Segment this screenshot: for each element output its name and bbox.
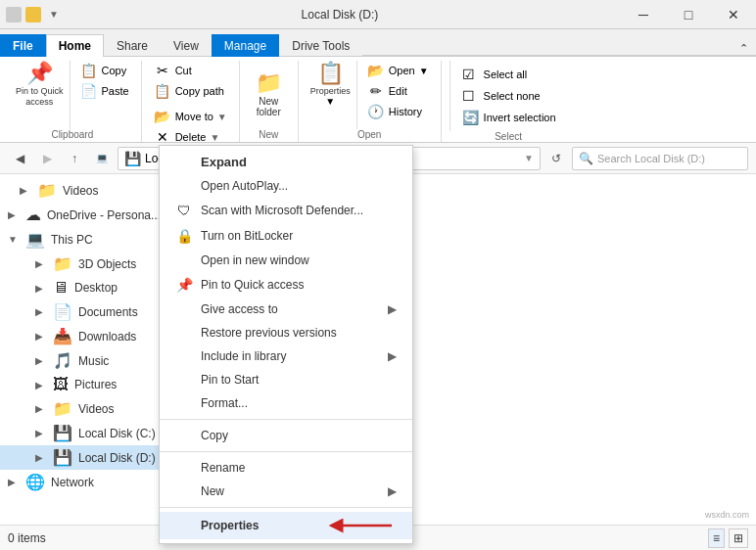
ctx-expand[interactable]: Expand: [160, 150, 412, 174]
submenu-arrow: ▶: [388, 302, 397, 316]
select-all-button[interactable]: ☑ Select all: [458, 65, 560, 84]
ctx-open-autoplay[interactable]: Open AutoPlay...: [160, 174, 412, 198]
sidebar-label: 3D Objects: [78, 257, 136, 271]
sidebar-item-music[interactable]: ▶ 🎵 Music: [0, 348, 175, 373]
tab-view[interactable]: View: [161, 34, 212, 57]
arrow-icon: ▶: [35, 452, 47, 463]
ctx-restore-versions[interactable]: Restore previous versions: [160, 321, 412, 344]
title-bar: ▼ Local Disk (D:) ─ □ ✕: [0, 0, 756, 29]
network-icon: 🌐: [25, 473, 45, 491]
folder-icon: 📁: [53, 254, 72, 273]
ctx-bitlocker[interactable]: 🔒 Turn on BitLocker: [160, 223, 412, 249]
ribbon-tabs: File Home Share View Manage Drive Tools …: [0, 29, 756, 57]
ribbon-group-organize: ✂ Cut 📋 Copy path 📂 Move to ▼ ✕ Delete ▼…: [142, 61, 240, 142]
arrow-icon: ▶: [35, 403, 47, 414]
properties-arrow-annotation: [328, 517, 397, 534]
maximize-button[interactable]: □: [666, 0, 711, 29]
ctx-give-access[interactable]: Give access to ▶: [160, 298, 412, 321]
sidebar-item-local-c[interactable]: ▶ 💾 Local Disk (C:): [0, 421, 175, 445]
ctx-copy[interactable]: Copy: [160, 424, 412, 447]
ctx-pin-quick-access[interactable]: 📌 Pin to Quick access: [160, 272, 412, 298]
context-menu: Expand Open AutoPlay... 🛡 Scan with Micr…: [159, 145, 413, 544]
cut-button[interactable]: ✂ Cut: [150, 61, 231, 80]
history-button[interactable]: 🕐 History: [363, 102, 433, 121]
sidebar: ▶ 📁 Videos ▶ ☁ OneDrive - Persona... ▼ 💻…: [0, 174, 176, 525]
ctx-pin-start[interactable]: Pin to Start: [160, 368, 412, 391]
select-all-icon: ☑: [462, 67, 480, 82]
sidebar-label: Local Disk (D:): [78, 451, 156, 465]
sidebar-item-videos-pc[interactable]: ▶ 📁 Videos: [0, 396, 175, 421]
desktop-icon: 🖥: [53, 279, 69, 297]
arrow-icon: ▶: [8, 209, 20, 220]
tab-manage[interactable]: Manage: [212, 34, 279, 57]
sidebar-label: This PC: [51, 233, 93, 247]
select-group-label: Select: [495, 131, 522, 144]
properties-dropdown: ▼: [325, 96, 335, 107]
ctx-open-new-window[interactable]: Open in new window: [160, 249, 412, 272]
sidebar-item-desktop[interactable]: ▶ 🖥 Desktop: [0, 276, 175, 299]
ctx-properties[interactable]: Properties: [160, 512, 412, 539]
ribbon-group-select: ☑ Select all ☐ Select none 🔄 Invert sele…: [442, 61, 576, 142]
list-view-button[interactable]: ≡: [708, 528, 725, 548]
drive-icon: 💾: [53, 448, 72, 467]
select-none-button[interactable]: ☐ Select none: [458, 86, 560, 106]
refresh-button[interactable]: ↺: [544, 147, 568, 170]
folder-icon: 📁: [53, 399, 72, 418]
ribbon-collapse-button[interactable]: ⌃: [739, 42, 748, 55]
forward-button[interactable]: ▶: [35, 147, 59, 170]
sidebar-item-network[interactable]: ▶ 🌐 Network: [0, 470, 175, 494]
sidebar-label: Pictures: [74, 378, 117, 391]
sidebar-label: Videos: [63, 184, 98, 198]
sidebar-item-local-d[interactable]: ▶ 💾 Local Disk (D:): [0, 445, 175, 470]
minimize-button[interactable]: ─: [621, 0, 666, 29]
sidebar-item-3dobjects[interactable]: ▶ 📁 3D Objects: [0, 252, 175, 276]
arrow-icon: ▼: [8, 234, 20, 245]
sidebar-label: Local Disk (C:): [78, 427, 156, 440]
tab-share[interactable]: Share: [104, 34, 161, 57]
open-dropdown: ▼: [419, 66, 429, 76]
sidebar-label: OneDrive - Persona...: [47, 208, 161, 222]
tab-file[interactable]: File: [0, 34, 46, 57]
properties-button[interactable]: 📋 Properties ▼: [307, 61, 354, 129]
search-placeholder: Search Local Disk (D:): [597, 153, 705, 164]
sidebar-item-downloads[interactable]: ▶ 📥 Downloads: [0, 324, 175, 348]
recent-locations-button[interactable]: 💻: [90, 147, 114, 170]
quick-access-arrow: ▼: [45, 9, 59, 20]
defender-icon: 🛡: [175, 203, 193, 218]
invert-selection-button[interactable]: 🔄 Invert selection: [458, 108, 560, 127]
sidebar-item-thispc[interactable]: ▼ 💻 This PC: [0, 227, 175, 252]
tab-drive-tools[interactable]: Drive Tools: [279, 34, 362, 57]
pin-quick-access-button[interactable]: 📌 Pin to Quickaccess: [12, 61, 68, 129]
copy-path-button[interactable]: 📋 Copy path: [150, 81, 231, 101]
ctx-format[interactable]: Format...: [160, 391, 412, 415]
bitlocker-icon: 🔒: [175, 228, 193, 244]
delete-dropdown-icon: ▼: [210, 132, 219, 143]
paste-button[interactable]: 📄 Paste: [76, 81, 133, 101]
up-button[interactable]: ↑: [63, 147, 86, 170]
ctx-new[interactable]: New ▶: [160, 480, 412, 503]
edit-icon: ✏: [367, 83, 385, 99]
back-button[interactable]: ◀: [8, 147, 31, 170]
view-toggle: ≡ ⊞: [708, 528, 748, 548]
new-folder-button[interactable]: 📁 Newfolder: [249, 61, 288, 129]
move-to-button[interactable]: 📂 Move to ▼: [150, 107, 231, 126]
delete-button[interactable]: ✕ Delete ▼: [150, 127, 231, 147]
edit-button[interactable]: ✏ Edit: [363, 81, 433, 101]
ctx-include-library[interactable]: Include in library ▶: [160, 344, 412, 368]
pin-icon: 📌: [175, 277, 193, 293]
sidebar-item-videos-quick[interactable]: ▶ 📁 Videos: [0, 178, 175, 203]
ctx-scan-defender[interactable]: 🛡 Scan with Microsoft Defender...: [160, 198, 412, 223]
sidebar-item-documents[interactable]: ▶ 📄 Documents: [0, 299, 175, 324]
grid-view-button[interactable]: ⊞: [729, 528, 748, 548]
search-field[interactable]: 🔍 Search Local Disk (D:): [572, 147, 748, 170]
open-button[interactable]: 📂 Open ▼: [363, 61, 433, 80]
pictures-icon: 🖼: [53, 376, 69, 393]
copy-button[interactable]: 📋 Copy: [76, 61, 133, 80]
close-button[interactable]: ✕: [711, 0, 756, 29]
ctx-rename[interactable]: Rename: [160, 456, 412, 480]
sidebar-item-onedrive[interactable]: ▶ ☁ OneDrive - Persona...: [0, 203, 175, 227]
arrow-icon: ▶: [35, 331, 47, 342]
sidebar-item-pictures[interactable]: ▶ 🖼 Pictures: [0, 373, 175, 396]
arrow-icon: ▶: [20, 185, 31, 196]
tab-home[interactable]: Home: [46, 34, 104, 57]
